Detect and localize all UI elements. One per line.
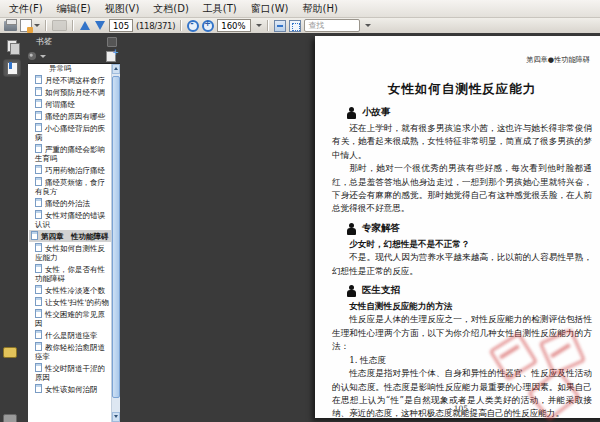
tab-pages[interactable] [3, 37, 21, 55]
bookmark-item-label: 巧用药物治疗痛经 [45, 166, 105, 175]
bookmark-icon [35, 243, 42, 252]
expert-answer: 不是。现代人因为营养水平越来越高，比以前的人容易性早熟，幻想性是正常的反应。 [332, 251, 592, 278]
fit-width-icon[interactable] [274, 20, 286, 32]
bookmark-item[interactable]: 痛经莫烦恼，食疗有良方 [29, 176, 111, 197]
toolbar-divider [267, 20, 269, 31]
attachments-icon[interactable] [3, 414, 17, 422]
bookmark-item-label: 何谓痛经 [45, 100, 75, 109]
document-pane[interactable]: 第四章●性功能障碍 女性如何自测性反应能力 小故事 还在上学时，就有很多男孩追求… [120, 33, 600, 422]
doctor-person-icon [346, 285, 357, 297]
bookmark-tab-icon [7, 62, 18, 75]
bookmark-icon [35, 285, 42, 294]
bookmark-item[interactable]: 性交困难的常见原因 [29, 308, 111, 329]
menu-window[interactable]: 窗口(W) [244, 1, 296, 17]
navigation-tab-strip [0, 33, 24, 422]
zoom-level-input[interactable] [217, 19, 251, 32]
bookmark-item[interactable]: 女性该如何治阴 [29, 383, 111, 395]
bookmark-item[interactable]: 让女性'扫性'的药物 [29, 296, 111, 308]
gear-icon [28, 52, 36, 60]
bookmark-icon [35, 264, 42, 273]
bookmark-item[interactable]: 女性性冷淡逐个数 [29, 284, 111, 296]
page-number-input[interactable] [109, 19, 133, 32]
bookmark-item-label: 性交时阴道干涩的原因 [35, 364, 105, 382]
toolbar-divider [180, 20, 182, 31]
bookmark-item[interactable]: 月经不调这样食疗 [29, 74, 111, 86]
comments-icon[interactable] [3, 347, 17, 358]
menu-help[interactable]: 帮助(H) [295, 1, 344, 17]
bookmark-icon [35, 198, 42, 207]
print-icon[interactable] [4, 21, 17, 31]
bookmark-icon [35, 75, 42, 84]
search-options-icon[interactable] [365, 24, 371, 27]
expert-person-icon [346, 223, 357, 235]
bookmark-item[interactable]: 女性如何自测性反应能力 [29, 242, 111, 263]
zoom-dropdown-icon[interactable] [256, 24, 262, 27]
chevron-down-icon [34, 24, 40, 27]
bookmark-icon [35, 384, 42, 393]
bookmark-item[interactable]: 巧用药物治疗痛经 [29, 164, 111, 176]
menu-file[interactable]: 文件(F) [2, 1, 50, 17]
bookmark-item-label: 严重的痛经会影响生育吗 [35, 145, 105, 163]
zoom-in-button[interactable] [202, 20, 214, 32]
bookmark-item-label: 小心痛经背后的疾病 [35, 124, 105, 142]
bookmark-item[interactable]: 严重的痛经会影响生育吗 [29, 143, 111, 164]
menu-view[interactable]: 视图(V) [98, 1, 147, 17]
doctor-section-heading: 医生支招 [346, 284, 592, 297]
bookmark-item[interactable]: 痛经的原因有哪些 [29, 110, 111, 122]
bookmark-item[interactable]: 女性，你是否有性功能障碍 [29, 263, 111, 284]
bookmark-item-label: 教你轻松治愈阴道痉挛 [35, 343, 105, 361]
doctor-heading-label: 医生支招 [362, 284, 400, 297]
story-paragraph: 那时，她对一个很优秀的男孩有些好感，每次看到他时脸都通红，总是羞答答地从他身边走… [332, 162, 592, 216]
bookmark-item[interactable]: 性交时阴道干涩的原因 [29, 362, 111, 383]
bookmark-item[interactable]: 何谓痛经 [29, 98, 111, 110]
bookmark-item[interactable]: 小心痛经背后的疾病 [29, 122, 111, 143]
tab-bookmarks[interactable] [3, 59, 21, 77]
main-area: 书签 异常吗月经不调这样食疗如何预防月经不调何谓痛经痛经的原因有哪些小心痛经背后… [0, 33, 600, 422]
bookmark-icon [35, 177, 42, 186]
bookmarks-panel-toolbar [24, 49, 120, 63]
next-page-button[interactable] [95, 21, 105, 30]
page-title: 女性如何自测性反应能力 [332, 81, 592, 98]
new-bookmark-icon[interactable] [106, 51, 116, 62]
doctor-intro: 性反应是人体的生理反应之一，对性反应能力的检测评估包括性生理和性心理两个方面，以… [332, 313, 592, 353]
menu-tools[interactable]: 工具(T) [196, 1, 244, 17]
panel-menu-button[interactable] [107, 37, 117, 47]
bookmark-icon [31, 231, 38, 240]
fit-page-icon[interactable] [289, 20, 301, 32]
bookmark-item[interactable]: 什么是阴道痉挛 [29, 329, 111, 341]
email-icon [52, 20, 67, 31]
menu-document[interactable]: 文档(D) [146, 1, 196, 17]
export-button[interactable] [20, 19, 40, 32]
bookmark-item-label: 女性如何自测性反应能力 [35, 244, 105, 262]
scroll-up-icon[interactable] [112, 64, 120, 74]
search-input[interactable] [304, 19, 360, 32]
expert-section-heading: 专家解答 [346, 222, 592, 235]
bookmarks-scrollbar[interactable] [111, 64, 120, 422]
bookmark-item-label: 如何预防月经不调 [45, 88, 105, 97]
bookmark-icon [35, 309, 42, 318]
bookmark-item[interactable]: 女性对痛经的错误认识 [29, 209, 111, 230]
bookmark-item-label: 女性该如何治阴 [45, 385, 98, 394]
doctor-subtitle: 女性自测性反应能力的方法 [332, 300, 592, 313]
story-person-icon [346, 107, 357, 119]
bookmark-options-button[interactable] [28, 52, 46, 60]
bookmark-item[interactable]: 教你轻松治愈阴道痉挛 [29, 341, 111, 362]
bookmark-item-label: 性交困难的常见原因 [35, 310, 105, 328]
bookmark-icon [35, 363, 42, 372]
bookmark-item[interactable]: 异常吗 [29, 64, 111, 74]
zoom-out-button[interactable] [187, 20, 199, 32]
scrollbar-track[interactable] [112, 74, 120, 412]
scrollbar-thumb[interactable] [112, 76, 120, 398]
story-heading-label: 小故事 [362, 106, 391, 119]
menu-edit[interactable]: 编辑(E) [50, 1, 98, 17]
bookmark-item[interactable]: 如何预防月经不调 [29, 86, 111, 98]
bookmark-icon [35, 297, 42, 306]
bookmark-item-label: 什么是阴道痉挛 [45, 331, 98, 340]
scroll-down-icon[interactable] [112, 412, 120, 422]
bookmark-item[interactable]: 痛经的外治法 [29, 197, 111, 209]
bookmarks-panel: 书签 异常吗月经不调这样食疗如何预防月经不调何谓痛经痛经的原因有哪些小心痛经背后… [24, 33, 120, 422]
bookmark-item[interactable]: 第四章 性功能障碍 [29, 230, 111, 242]
bookmark-icon [35, 210, 42, 219]
bookmark-icon [35, 99, 42, 108]
previous-page-button[interactable] [80, 21, 90, 30]
